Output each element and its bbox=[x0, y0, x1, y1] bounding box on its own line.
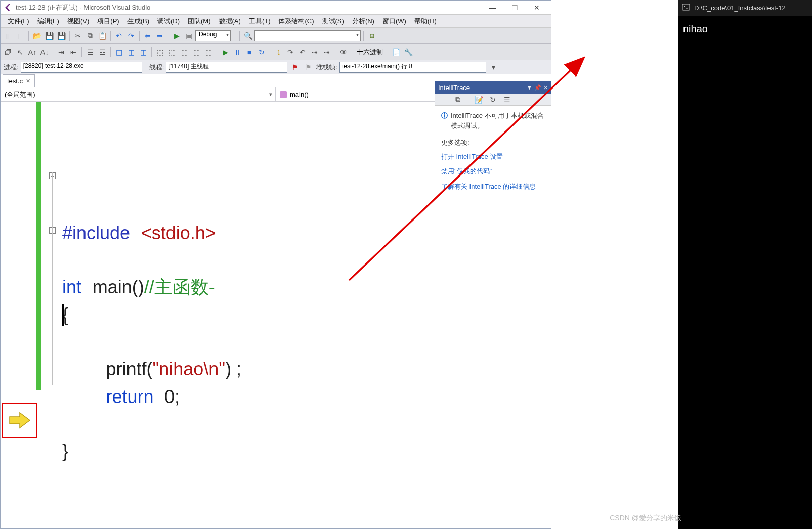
win3-icon[interactable]: ◫ bbox=[138, 47, 149, 58]
bp1-icon[interactable]: ⬚ bbox=[154, 47, 165, 58]
tab-close-icon[interactable]: ✕ bbox=[26, 78, 30, 84]
scope-left-combo[interactable]: (全局范围) bbox=[1, 87, 276, 101]
link-learn-more[interactable]: 了解有关 IntelliTrace 的详细信息 bbox=[441, 182, 545, 192]
paste-icon[interactable]: 📋 bbox=[97, 30, 108, 41]
output-icon[interactable]: 📄 bbox=[391, 47, 402, 58]
menu-test[interactable]: 测试(S) bbox=[318, 15, 348, 27]
it-refresh-icon[interactable]: ↻ bbox=[487, 94, 498, 105]
add-item-icon[interactable]: ▤ bbox=[15, 30, 26, 41]
find-icon[interactable]: 🔍 bbox=[242, 30, 253, 41]
gutter[interactable]: – – bbox=[1, 102, 44, 528]
bp2-icon[interactable]: ⬚ bbox=[166, 47, 178, 58]
debug-bar: 进程: [28820] test-12-28.exe 线程: [11740] 主… bbox=[1, 60, 551, 74]
bp5-icon[interactable]: ⬚ bbox=[203, 47, 214, 58]
link-open-settings[interactable]: 打开 IntelliTrace 设置 bbox=[441, 152, 545, 162]
menu-arch[interactable]: 体系结构(C) bbox=[274, 15, 318, 27]
process-combo[interactable]: [28820] test-12-28.exe bbox=[21, 62, 142, 73]
console-titlebar[interactable]: D:\C_code\01_firstclass\test-12 bbox=[678, 0, 812, 16]
comment-icon[interactable]: ☰ bbox=[84, 47, 96, 58]
copy-icon[interactable]: ⧉ bbox=[84, 30, 96, 41]
font-dec-icon[interactable]: A↓ bbox=[39, 47, 50, 58]
new-project-icon[interactable]: ▦ bbox=[3, 30, 14, 41]
panel-close-icon[interactable]: ✕ bbox=[543, 84, 548, 91]
play-icon[interactable]: ▶ bbox=[220, 47, 231, 58]
panel-dropdown-icon[interactable]: ▼ bbox=[527, 84, 532, 91]
intellitrace-message: IntelliTrace 不可用于本机或混合模式调试。 bbox=[451, 111, 545, 130]
outdent-icon[interactable]: ⇤ bbox=[68, 47, 79, 58]
info-icon: ⓘ bbox=[441, 111, 448, 130]
step3-icon[interactable]: ⇢ bbox=[321, 47, 332, 58]
toggle-icon[interactable]: 🗊 bbox=[3, 47, 14, 58]
tab-test-c[interactable]: test.c ✕ bbox=[3, 74, 35, 87]
restart-icon[interactable]: ↻ bbox=[256, 47, 267, 58]
stack-combo[interactable]: test-12-28.exe!main() 行 8 bbox=[339, 62, 486, 73]
flag-grey-icon[interactable]: ⚑ bbox=[303, 62, 314, 73]
win2-icon[interactable]: ◫ bbox=[125, 47, 137, 58]
step2-icon[interactable]: ⇢ bbox=[309, 47, 320, 58]
intellitrace-panel: IntelliTrace ▼ 📌 ✕ ≣ ⧉ 📝 ↻ ☰ ⓘ IntelliTr… bbox=[435, 81, 551, 528]
undo-icon[interactable]: ↶ bbox=[113, 30, 124, 41]
watch-icon[interactable]: 👁 bbox=[338, 47, 349, 58]
menu-data[interactable]: 数据(A) bbox=[215, 15, 245, 27]
tools-icon[interactable]: 🔧 bbox=[403, 47, 414, 58]
it-filter-icon[interactable]: ⧉ bbox=[452, 94, 463, 105]
intellitrace-toolbar: ≣ ⧉ 📝 ↻ ☰ bbox=[435, 94, 551, 106]
link-disable-jmc[interactable]: 禁用"仅我的代码" bbox=[441, 166, 545, 177]
flag-red-icon[interactable]: ⚑ bbox=[289, 62, 301, 73]
step-over-icon[interactable]: ↷ bbox=[285, 47, 296, 58]
maximize-button[interactable]: ☐ bbox=[503, 2, 526, 14]
bp4-icon[interactable]: ⬚ bbox=[191, 47, 202, 58]
cut-icon[interactable]: ✂ bbox=[72, 30, 83, 41]
titlebar: test-12-28 (正在调试) - Microsoft Visual Stu… bbox=[1, 1, 551, 15]
nav-back-icon[interactable]: ⇐ bbox=[142, 30, 153, 41]
find-combo[interactable] bbox=[254, 30, 361, 41]
menu-file[interactable]: 文件(F) bbox=[4, 15, 33, 27]
menu-edit[interactable]: 编辑(E) bbox=[33, 15, 63, 27]
hex-label[interactable]: 十六进制 bbox=[355, 48, 385, 57]
panel-pin-icon[interactable]: 📌 bbox=[534, 84, 541, 91]
menu-window[interactable]: 窗口(W) bbox=[378, 15, 410, 27]
step-out-icon[interactable]: ↶ bbox=[297, 47, 308, 58]
indent-icon[interactable]: ⇥ bbox=[56, 47, 67, 58]
font-inc-icon[interactable]: A↑ bbox=[27, 47, 38, 58]
select-icon[interactable]: ↖ bbox=[15, 47, 26, 58]
console-output: nihao bbox=[678, 16, 812, 54]
stop-icon[interactable]: ■ bbox=[244, 47, 255, 58]
start-debug-icon[interactable]: ▶ bbox=[171, 30, 182, 41]
pause-icon[interactable]: ⏸ bbox=[232, 47, 243, 58]
it-list-icon[interactable]: ≣ bbox=[438, 94, 449, 105]
uncomment-icon[interactable]: ☲ bbox=[97, 47, 108, 58]
menu-view[interactable]: 视图(V) bbox=[63, 15, 93, 27]
intellitrace-titlebar[interactable]: IntelliTrace ▼ 📌 ✕ bbox=[435, 81, 551, 94]
nav-fwd-icon[interactable]: ⇒ bbox=[154, 30, 165, 41]
method-icon bbox=[280, 91, 287, 98]
thread-combo[interactable]: [11740] 主线程 bbox=[166, 62, 287, 73]
menu-debug[interactable]: 调试(D) bbox=[153, 15, 184, 27]
menu-tools[interactable]: 工具(T) bbox=[245, 15, 275, 27]
stack-drop-icon[interactable]: ▾ bbox=[488, 62, 499, 73]
break-all-icon[interactable]: ▣ bbox=[183, 30, 194, 41]
menu-project[interactable]: 项目(P) bbox=[93, 15, 123, 27]
save-icon[interactable]: 💾 bbox=[44, 30, 55, 41]
minimize-button[interactable]: — bbox=[481, 2, 503, 14]
open-icon[interactable]: 📂 bbox=[31, 30, 42, 41]
save-all-icon[interactable]: 💾 bbox=[56, 30, 67, 41]
step-into-icon[interactable]: ⤵ bbox=[273, 47, 284, 58]
win1-icon[interactable]: ◫ bbox=[113, 47, 124, 58]
close-button[interactable]: ✕ bbox=[526, 2, 548, 14]
console-path: D:\C_code\01_firstclass\test-12 bbox=[694, 4, 786, 12]
menu-analyze[interactable]: 分析(N) bbox=[348, 15, 378, 27]
window-title: test-12-28 (正在调试) - Microsoft Visual Stu… bbox=[16, 3, 481, 12]
console-line-1: nihao bbox=[683, 23, 807, 35]
menu-help[interactable]: 帮助(H) bbox=[410, 15, 441, 27]
it-stack-icon[interactable]: ☰ bbox=[501, 94, 512, 105]
it-note-icon[interactable]: 📝 bbox=[473, 94, 484, 105]
solution-icon[interactable]: ⧈ bbox=[366, 30, 377, 41]
redo-icon[interactable]: ↷ bbox=[125, 30, 137, 41]
change-bar bbox=[36, 102, 41, 390]
config-combo[interactable]: Debug bbox=[195, 30, 231, 41]
bp3-icon[interactable]: ⬚ bbox=[179, 47, 190, 58]
menu-team[interactable]: 团队(M) bbox=[184, 15, 215, 27]
menu-build[interactable]: 生成(B) bbox=[123, 15, 153, 27]
intellitrace-title: IntelliTrace bbox=[438, 84, 470, 92]
